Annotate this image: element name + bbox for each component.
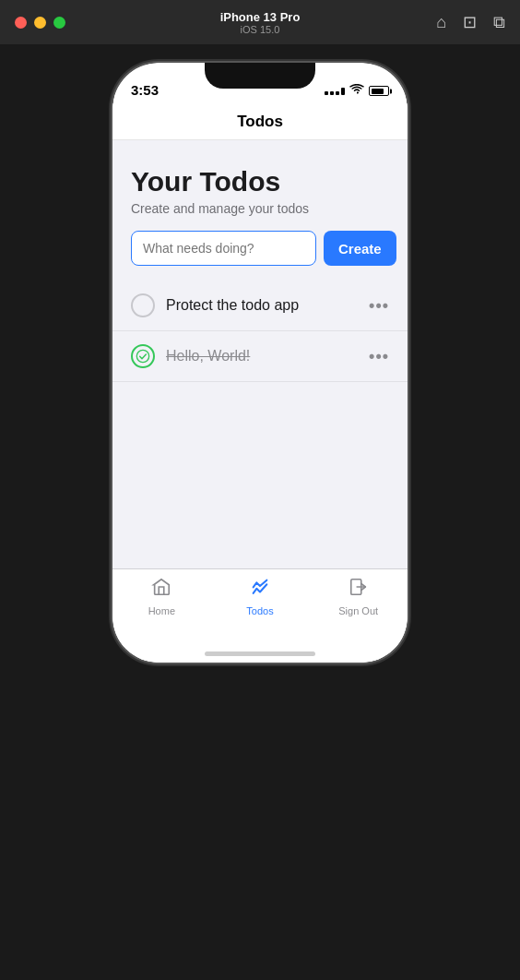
page-subheading: Create and manage your todos bbox=[131, 201, 389, 216]
signal-icon bbox=[325, 88, 345, 95]
minimize-button[interactable] bbox=[34, 17, 46, 29]
home-tab-icon bbox=[151, 577, 171, 603]
todo-item: Protect the todo app ••• bbox=[112, 281, 408, 331]
tab-bar: Home Todos bbox=[112, 568, 408, 644]
status-icons bbox=[325, 84, 389, 98]
screenshot-icon[interactable]: ⊡ bbox=[463, 12, 477, 32]
device-name: iPhone 13 Pro bbox=[220, 10, 301, 24]
mac-titlebar: iPhone 13 Pro iOS 15.0 ⌂ ⊡ ⧉ bbox=[0, 0, 520, 44]
todo-checkbox-2[interactable] bbox=[131, 344, 155, 368]
app-container: iPhone 13 Pro iOS 15.0 ⌂ ⊡ ⧉ 3:53 bbox=[0, 0, 520, 690]
os-version: iOS 15.0 bbox=[220, 24, 301, 35]
todo-text-2: Hello, World! bbox=[166, 348, 358, 365]
home-bar bbox=[205, 651, 315, 656]
todo-more-2[interactable]: ••• bbox=[369, 347, 389, 366]
todo-checkbox-1[interactable] bbox=[131, 293, 155, 317]
copy-icon[interactable]: ⧉ bbox=[493, 13, 505, 32]
phone-screen: 3:53 bbox=[112, 63, 408, 663]
svg-point-0 bbox=[136, 350, 148, 362]
scroll-content: Your Todos Create and manage your todos … bbox=[112, 140, 408, 568]
signout-tab-icon bbox=[349, 577, 369, 603]
close-button[interactable] bbox=[15, 17, 27, 29]
phone-frame: 3:53 bbox=[112, 63, 408, 663]
battery-icon bbox=[369, 86, 389, 96]
todo-text-1: Protect the todo app bbox=[166, 297, 358, 314]
todos-tab-label: Todos bbox=[246, 605, 273, 616]
notch bbox=[205, 63, 315, 89]
todos-tab-icon bbox=[250, 577, 270, 603]
tab-todos[interactable]: Todos bbox=[211, 577, 310, 616]
traffic-lights bbox=[15, 17, 65, 29]
mac-toolbar-icons: ⌂ ⊡ ⧉ bbox=[436, 12, 505, 32]
page-heading: Your Todos bbox=[131, 166, 389, 197]
nav-bar: Todos bbox=[112, 103, 408, 140]
create-button[interactable]: Create bbox=[324, 231, 396, 266]
status-time: 3:53 bbox=[131, 82, 159, 98]
home-mac-icon[interactable]: ⌂ bbox=[436, 13, 446, 32]
todo-list: Protect the todo app ••• Hello, World! • bbox=[112, 281, 408, 568]
home-indicator bbox=[112, 644, 408, 663]
tab-home[interactable]: Home bbox=[112, 577, 211, 616]
nav-title: Todos bbox=[237, 113, 283, 131]
tab-signout[interactable]: Sign Out bbox=[309, 577, 408, 616]
todo-item-2: Hello, World! ••• bbox=[112, 331, 408, 382]
device-info: iPhone 13 Pro iOS 15.0 bbox=[220, 10, 301, 35]
wifi-icon bbox=[349, 84, 364, 98]
maximize-button[interactable] bbox=[53, 17, 65, 29]
home-tab-label: Home bbox=[148, 605, 175, 616]
header-section: Your Todos Create and manage your todos bbox=[112, 140, 408, 231]
todo-more-1[interactable]: ••• bbox=[369, 296, 389, 316]
signout-tab-label: Sign Out bbox=[338, 605, 378, 616]
todo-input[interactable] bbox=[131, 231, 316, 266]
input-row: Create bbox=[112, 231, 408, 281]
